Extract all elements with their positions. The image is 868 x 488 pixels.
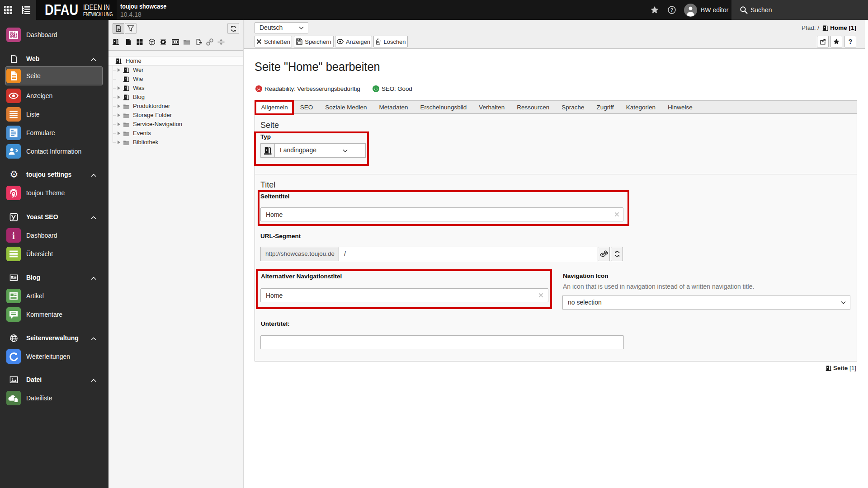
- svg-text:i: i: [12, 230, 15, 241]
- svg-text:?: ?: [670, 7, 673, 13]
